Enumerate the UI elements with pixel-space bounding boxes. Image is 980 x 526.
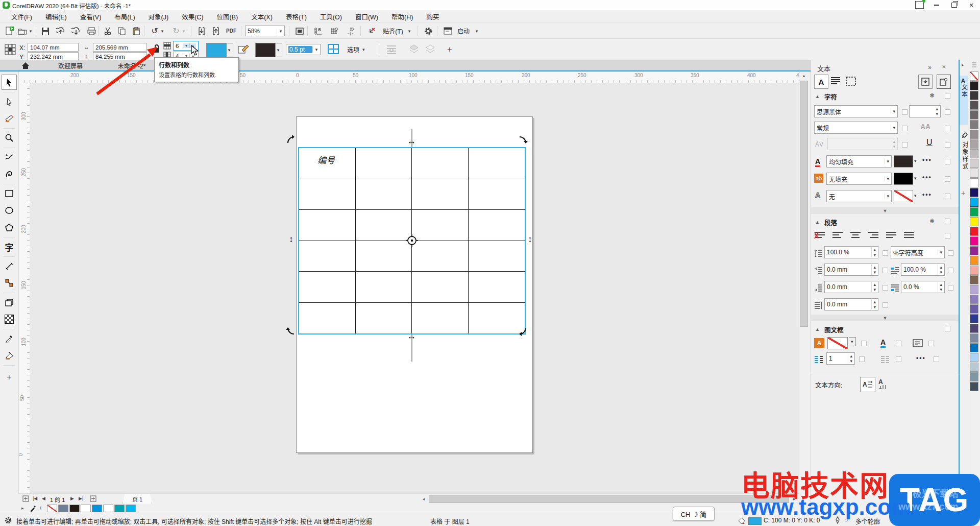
docpal-eyedropper-icon[interactable] [30,505,37,512]
palette-color-swatch[interactable] [970,314,978,323]
table-cell[interactable] [299,272,356,303]
snap-off-button[interactable] [364,25,378,37]
interactive-fill-tool[interactable] [2,348,17,363]
palette-color-swatch[interactable] [970,198,978,207]
undo-dropdown[interactable]: ▾ [159,25,165,37]
word-spacing-spinner[interactable]: 100.0 %▴▾ [901,264,945,276]
character-highlight-swatch[interactable] [894,173,913,185]
indent-checkbox[interactable] [883,302,888,308]
spacing-unit-checkbox[interactable] [948,250,953,256]
open-dropdown[interactable]: ▾ [28,25,34,37]
options-gear-button[interactable] [422,25,435,37]
kerning-spinner[interactable]: ▴▾ [827,138,898,150]
table-cell[interactable] [299,179,356,210]
character-fill-swatch-arrow[interactable]: ▾ [914,158,917,163]
menu-item[interactable]: 工具(O) [314,10,348,23]
launch-icon[interactable] [441,25,454,37]
palette-color-swatch[interactable] [970,91,978,100]
paragraph-checkbox[interactable] [945,219,950,224]
table-cell[interactable] [356,210,412,241]
align-force-justify-icon[interactable] [903,231,915,240]
table-cell[interactable] [356,303,412,334]
character-outline-more-button[interactable]: ••• [922,191,932,198]
character-collapse-arrow[interactable]: ▲ [815,94,820,99]
palette-color-swatch[interactable] [970,110,978,119]
add-tool-plus-icon[interactable]: + [447,45,452,54]
artistic-media-tool[interactable] [2,166,17,182]
frame-fit-icon[interactable] [912,338,923,348]
rotate-handle-topleft[interactable] [286,135,296,145]
palette-color-swatch[interactable] [970,217,978,226]
vertical-scroll-thumb[interactable] [800,81,808,327]
table-cell[interactable] [356,148,412,179]
character-fill-more-button[interactable]: ••• [922,156,932,163]
palette-color-swatch[interactable] [970,159,978,168]
top-skew-handle[interactable]: ↔ [407,137,416,146]
paragraph-section-collapse[interactable]: ▼ [811,315,959,321]
spacing-unit-dropdown[interactable]: %字符高度▾ [891,246,945,258]
table-cell[interactable] [299,210,356,241]
docpal-scroll-left-icon[interactable]: ⟨ [40,505,42,511]
menu-item[interactable]: 对象(J) [142,10,175,23]
outline-color-dropdown[interactable]: ▾ [275,43,282,57]
text-direction-horizontal-button[interactable]: A [860,377,875,392]
table-cell[interactable] [356,179,412,210]
user-account-button[interactable] [911,0,928,10]
close-button[interactable]: × [963,0,980,10]
palette-color-swatch[interactable] [970,266,978,275]
minimize-button[interactable] [928,0,945,10]
ime-indicator[interactable]: CH ☽ 简 [673,507,715,521]
drawing-canvas[interactable]: 编号 ↔ ↔ ↕ ↕ [30,83,799,493]
character-outline-checkbox[interactable] [945,194,950,199]
character-fill-dropdown[interactable]: 均匀填充▾ [826,155,892,168]
underline-checkbox[interactable] [945,142,950,148]
palette-color-swatch[interactable] [970,275,978,284]
palette-color-swatch[interactable] [970,295,978,304]
table-outline-color-swatch[interactable] [255,43,276,57]
font-checkbox[interactable] [902,109,908,115]
menu-item[interactable]: 查看(V) [74,10,108,23]
palette-color-swatch[interactable] [970,169,978,178]
launch-dropdown[interactable]: ▾ [474,25,480,37]
character-tab-icon[interactable]: A [814,75,828,89]
align-left-icon[interactable] [832,231,843,240]
palette-color-swatch[interactable] [970,207,978,217]
menu-item[interactable]: 编辑(E) [39,10,73,23]
text-wrap-icon[interactable] [386,44,397,55]
table-cell[interactable] [469,303,525,334]
palette-color-swatch[interactable] [970,246,978,255]
char-spacing-checkbox[interactable] [948,285,953,291]
to-front-icon[interactable] [408,44,420,55]
show-rulers-button[interactable] [311,25,325,37]
space-after-checkbox[interactable] [883,285,888,291]
table-cell[interactable] [412,148,469,179]
table-cell[interactable] [469,148,525,179]
rectangle-tool[interactable] [2,186,17,201]
menu-item[interactable]: 效果(C) [176,10,209,23]
frame-tab-icon[interactable] [846,77,856,86]
frame-background-arrow[interactable]: ▾ [849,337,856,346]
frame-collapse-arrow[interactable]: ▲ [815,327,820,332]
palette-color-swatch[interactable] [970,256,978,265]
outline-width-combo[interactable]: 0.5 pt▾ [286,44,321,55]
kerning-checkbox[interactable] [902,142,908,148]
table-cell[interactable] [412,210,469,241]
docker-collapse-icon[interactable]: » [928,64,932,71]
font-family-dropdown[interactable]: 思源黑体▾ [814,105,898,117]
document-palette-swatch[interactable] [92,505,102,512]
document-palette-swatch[interactable] [126,505,136,512]
ellipse-tool[interactable] [2,203,17,218]
open-button[interactable] [17,25,28,37]
palette-color-swatch[interactable] [970,363,978,372]
underline-icon[interactable]: U [926,138,933,147]
table-cell[interactable] [412,179,469,210]
palette-color-swatch[interactable] [970,343,978,352]
align-none-icon[interactable] [814,231,825,240]
space-before-checkbox[interactable] [883,268,888,273]
character-settings-gear-icon[interactable]: ✱ [929,92,935,99]
export-button[interactable] [209,25,223,37]
bottom-skew-handle[interactable]: ↔ [407,332,416,341]
first-page-icon[interactable]: |◀ [33,496,37,501]
character-outline-swatch[interactable] [894,190,913,202]
indent-spinner[interactable]: 0.0 mm▴▾ [824,298,878,310]
